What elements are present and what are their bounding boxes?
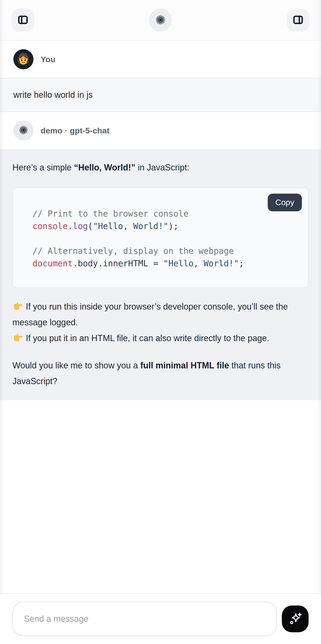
sparkle-icon xyxy=(288,611,303,627)
model-spinner-button[interactable] xyxy=(149,8,172,32)
point-right-icon xyxy=(12,332,23,343)
text-run: in JavaScript: xyxy=(135,162,189,172)
code-token-keyword: document xyxy=(32,259,73,268)
assistant-question-paragraph: Would you like me to show you a full min… xyxy=(12,358,309,389)
text-run: If you run this inside your browser’s de… xyxy=(12,302,288,327)
code-line: document.body.innerHTML = "Hello, World!… xyxy=(32,257,299,270)
code-token-plain: . xyxy=(68,221,73,231)
assistant-intro-paragraph: Here’s a simple “Hello, World!” in JavaS… xyxy=(12,160,309,176)
code-token-string: "Hello, World!" xyxy=(93,221,168,231)
assistant-model-label: demo · gpt-5-chat xyxy=(41,126,110,135)
copy-code-button[interactable]: Copy xyxy=(268,194,302,211)
assistant-message-header: demo · gpt-5-chat xyxy=(0,112,321,149)
assistant-message-bubble: Here’s a simple “Hello, World!” in JavaS… xyxy=(0,149,321,400)
panel-right-icon xyxy=(292,14,304,26)
code-token-plain: ); xyxy=(168,221,178,231)
chat-scroll-region[interactable]: You write hello world in js demo · gpt-5… xyxy=(0,41,321,400)
code-block: Copy // Print to the browser consolecons… xyxy=(12,188,309,288)
bold-text-run: “Hello, World!” xyxy=(74,162,135,172)
code-token-keyword: console xyxy=(32,221,68,231)
code-token-plain: ; xyxy=(239,259,244,268)
code-line: // Print to the browser console xyxy=(32,208,299,220)
assistant-body-paragraph: If you run this inside your browser’s de… xyxy=(12,299,309,346)
top-bar xyxy=(0,0,321,41)
code-line: // Alternatively, display on the webpage xyxy=(32,245,299,257)
starburst-icon xyxy=(155,14,166,26)
text-run: If you put it in an HTML file, it can al… xyxy=(23,333,269,343)
starburst-icon xyxy=(18,125,28,136)
code-line: console.log("Hello, World!"); xyxy=(32,220,299,232)
user-message-bubble: write hello world in js xyxy=(0,78,321,112)
message-input[interactable] xyxy=(12,602,277,636)
code-token-function: log xyxy=(73,221,88,231)
code-content: // Print to the browser consoleconsole.l… xyxy=(32,208,299,270)
user-sender-label: You xyxy=(41,55,55,64)
code-token-plain: .body.innerHTML = xyxy=(73,259,163,268)
composer-bar xyxy=(0,593,321,644)
code-line xyxy=(32,232,299,245)
user-avatar xyxy=(13,49,33,69)
panel-left-icon xyxy=(17,14,29,26)
code-token-comment: // Alternatively, display on the webpage xyxy=(32,246,234,256)
person-emoji-icon xyxy=(13,49,33,69)
code-token-comment: // Print to the browser console xyxy=(32,209,188,218)
point-right-icon xyxy=(12,300,23,312)
code-token-string: "Hello, World!" xyxy=(163,259,239,268)
sidebar-toggle-button[interactable] xyxy=(11,8,34,32)
bold-text-run: full minimal HTML file xyxy=(140,360,229,370)
send-button[interactable] xyxy=(282,606,309,632)
assistant-avatar xyxy=(13,120,33,140)
text-run: Would you like me to show you a xyxy=(12,360,140,370)
user-message-header: You xyxy=(0,41,321,78)
text-run: Here’s a simple xyxy=(12,162,74,172)
code-token-plain: ( xyxy=(88,221,93,231)
user-message-text: write hello world in js xyxy=(13,90,93,100)
right-panel-toggle-button[interactable] xyxy=(287,8,310,32)
